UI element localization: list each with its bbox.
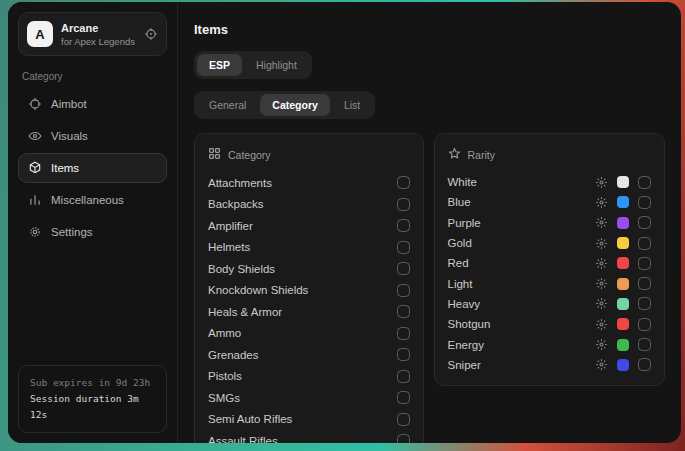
crosshair-icon (28, 97, 42, 111)
rarity-row-shotgun: Shotgun (448, 314, 651, 334)
category-row-amplifier: Amplifier (208, 215, 410, 237)
rarity-row-blue: Blue (448, 192, 651, 212)
sidebar-item-settings[interactable]: Settings (18, 217, 167, 247)
rarity-checkbox[interactable] (638, 237, 651, 250)
sidebar-item-label: Items (51, 162, 79, 174)
rarity-color-swatch[interactable] (617, 359, 629, 371)
rarity-settings-gear-icon[interactable] (595, 237, 608, 250)
rarity-settings-gear-icon[interactable] (595, 277, 608, 290)
rarity-row-controls (595, 196, 651, 209)
rarity-settings-gear-icon[interactable] (595, 216, 608, 229)
category-checkbox[interactable] (397, 262, 410, 275)
category-checkbox[interactable] (397, 198, 410, 211)
sidebar-item-miscellaneous[interactable]: Miscellaneous (18, 185, 167, 215)
rarity-row-controls (595, 318, 651, 331)
category-checkbox[interactable] (397, 284, 410, 297)
rarity-checkbox[interactable] (638, 216, 651, 229)
mode-toggle-group: ESPHighlight (194, 51, 312, 79)
category-row-label: Body Shields (208, 263, 397, 275)
category-row-helmets: Helmets (208, 237, 410, 259)
rarity-color-swatch[interactable] (617, 339, 629, 351)
target-icon[interactable] (144, 27, 158, 41)
rarity-color-swatch[interactable] (617, 298, 629, 310)
rarity-color-swatch[interactable] (617, 176, 629, 188)
category-row-label: Ammo (208, 327, 397, 339)
rarity-checkbox[interactable] (638, 196, 651, 209)
rarity-row-heavy: Heavy (448, 294, 651, 314)
rarity-settings-gear-icon[interactable] (595, 318, 608, 331)
rarity-row-light: Light (448, 273, 651, 293)
rarity-color-swatch[interactable] (617, 318, 629, 330)
rarity-list: WhiteBluePurpleGoldRedLightHeavyShotgunE… (448, 172, 651, 375)
category-row-backpacks: Backpacks (208, 194, 410, 216)
sidebar-item-aimbot[interactable]: Aimbot (18, 89, 167, 119)
category-checkbox[interactable] (397, 391, 410, 404)
grid-icon (28, 193, 42, 207)
sidebar-item-items[interactable]: Items (18, 153, 167, 183)
rarity-settings-gear-icon[interactable] (595, 257, 608, 270)
rarity-row-red: Red (448, 253, 651, 273)
category-checkbox[interactable] (397, 370, 410, 383)
sidebar: A Arcane for Apex Legends Category Aimbo… (8, 2, 178, 443)
tab-list[interactable]: List (332, 94, 372, 116)
rarity-checkbox[interactable] (638, 176, 651, 189)
category-row-semi-auto-rifles: Semi Auto Rifles (208, 409, 410, 431)
rarity-settings-gear-icon[interactable] (595, 358, 608, 371)
rarity-row-label: Blue (448, 196, 595, 208)
rarity-row-controls (595, 277, 651, 290)
category-row-label: Helmets (208, 241, 397, 253)
rarity-checkbox[interactable] (638, 318, 651, 331)
category-list: AttachmentsBackpacksAmplifierHelmetsBody… (208, 172, 410, 443)
rarity-checkbox[interactable] (638, 338, 651, 351)
category-grid-icon (208, 147, 221, 162)
rarity-color-swatch[interactable] (617, 278, 629, 290)
rarity-row-label: Heavy (448, 298, 595, 310)
rarity-checkbox[interactable] (638, 257, 651, 270)
rarity-row-controls (595, 216, 651, 229)
rarity-color-swatch[interactable] (617, 257, 629, 269)
rarity-panel: Rarity WhiteBluePurpleGoldRedLightHeavyS… (434, 133, 665, 386)
rarity-row-label: White (448, 176, 595, 188)
category-checkbox[interactable] (397, 176, 410, 189)
sidebar-section-label: Category (22, 71, 163, 82)
category-panel-header: Category (208, 147, 410, 162)
category-checkbox[interactable] (397, 434, 410, 443)
category-checkbox[interactable] (397, 219, 410, 232)
sidebar-item-label: Settings (51, 226, 93, 238)
sidebar-item-visuals[interactable]: Visuals (18, 121, 167, 151)
rarity-row-label: Light (448, 278, 595, 290)
mode-toggle-highlight[interactable]: Highlight (244, 54, 309, 76)
category-row-label: Semi Auto Rifles (208, 413, 397, 425)
rarity-color-swatch[interactable] (617, 217, 629, 229)
tab-general[interactable]: General (197, 94, 258, 116)
rarity-color-swatch[interactable] (617, 196, 629, 208)
rarity-settings-gear-icon[interactable] (595, 176, 608, 189)
category-row-pistols: Pistols (208, 366, 410, 388)
rarity-row-gold: Gold (448, 233, 651, 253)
rarity-settings-gear-icon[interactable] (595, 338, 608, 351)
rarity-row-controls (595, 257, 651, 270)
rarity-row-label: Energy (448, 339, 595, 351)
rarity-row-controls (595, 338, 651, 351)
app-name: Arcane (61, 22, 135, 34)
category-checkbox[interactable] (397, 241, 410, 254)
box-icon (28, 161, 42, 175)
rarity-color-swatch[interactable] (617, 237, 629, 249)
rarity-row-white: White (448, 172, 651, 192)
category-checkbox[interactable] (397, 327, 410, 340)
rarity-settings-gear-icon[interactable] (595, 196, 608, 209)
category-row-heals-armor: Heals & Armor (208, 301, 410, 323)
tab-category[interactable]: Category (260, 94, 330, 116)
category-row-label: SMGs (208, 392, 397, 404)
app-subtitle: for Apex Legends (61, 36, 135, 47)
rarity-checkbox[interactable] (638, 277, 651, 290)
mode-toggle-esp[interactable]: ESP (197, 54, 242, 76)
rarity-checkbox[interactable] (638, 297, 651, 310)
rarity-checkbox[interactable] (638, 358, 651, 371)
rarity-row-controls (595, 358, 651, 371)
category-checkbox[interactable] (397, 413, 410, 426)
category-checkbox[interactable] (397, 348, 410, 361)
category-panel-title: Category (228, 149, 271, 161)
category-checkbox[interactable] (397, 305, 410, 318)
rarity-settings-gear-icon[interactable] (595, 297, 608, 310)
